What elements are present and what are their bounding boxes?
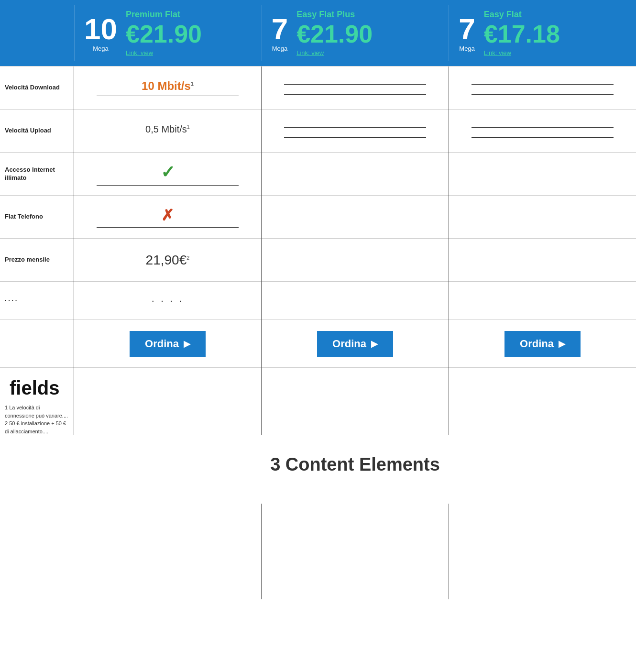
dots-cell-easy-plus [262, 282, 449, 320]
download-speed-premium: 10 Mbit/s1 [142, 79, 194, 93]
bottom-section [0, 504, 636, 599]
plan-mega-label-easy: Mega [459, 45, 475, 52]
label-ordina-empty [0, 320, 74, 368]
row-labels: Velocitá Download Velocitá Upload Access… [0, 66, 74, 435]
dots-cell-easy [449, 282, 636, 320]
label-text-prezzo: Prezzo mensile [5, 256, 50, 264]
label-text-dots: · · · · [5, 297, 17, 305]
label-velocita-download: Velocitá Download [0, 66, 74, 110]
cross-icon-telefono-premium: ✗ [161, 206, 174, 224]
footnotes-labels: fields 1 La velocità di connessione può … [0, 368, 74, 435]
ordina-button-premium[interactable]: Ordina ▶ [130, 331, 206, 357]
cell-download-easy [449, 66, 636, 110]
plan-price-premium: €21.90 [126, 22, 202, 46]
plan-info-premium: Premium Flat €21.90 Link: view [126, 10, 202, 56]
label-flat-telefono: Flat Telefono [0, 196, 74, 239]
fields-word: fields [10, 377, 59, 398]
label-prezzo-mensile: Prezzo mensile [0, 239, 74, 282]
download-speed-text: 10 Mbit/s [142, 79, 191, 92]
empty-premium [74, 368, 261, 406]
cell-accesso-premium: ✓ [74, 153, 261, 196]
plan-name-easy: Easy Flat [484, 10, 560, 20]
cell-upload-easy [449, 110, 636, 153]
plan-mega-easy: 7 Mega [459, 14, 475, 52]
prezzo-text-premium: 21,90€ [146, 253, 187, 267]
download-footnote-premium: 1 [191, 81, 194, 87]
ordina-arrow-premium: ▶ [184, 339, 190, 349]
plan-name-easy-plus: Easy Flat Plus [296, 10, 373, 20]
check-icon-accesso-premium: ✓ [161, 162, 175, 182]
plan-link-easy[interactable]: Link: view [484, 49, 560, 56]
cell-accesso-easy [449, 153, 636, 196]
plan-mega-number-premium: 10 [84, 14, 117, 44]
label-text-telefono: Flat Telefono [5, 213, 43, 221]
plan-info-easy: Easy Flat €17.18 Link: view [484, 10, 560, 56]
ordina-label-premium: Ordina [145, 338, 179, 350]
cell-upload-easy-plus [262, 110, 449, 153]
plan-name-premium: Premium Flat [126, 10, 202, 20]
ordina-cell-premium: Ordina ▶ [74, 320, 261, 368]
column-easy-flat: Ordina ▶ [449, 66, 636, 435]
plan-link-premium[interactable]: Link: view [126, 49, 202, 56]
content-elements-text: 3 Content Elements [74, 454, 636, 475]
fields-section: fields [5, 368, 79, 404]
cell-telefono-easy-plus [262, 196, 449, 239]
dots-cell-premium: · · · · [74, 282, 261, 320]
cell-upload-premium: 0,5 Mbit/s1 [74, 110, 261, 153]
comparison-table: Velocitá Download Velocitá Upload Access… [0, 66, 636, 435]
footnote-2-label: 2 50 € installazione + 50 € di allacciam… [5, 419, 69, 435]
label-text-download: Velocitá Download [5, 84, 60, 92]
plan-info-easy-plus: Easy Flat Plus €21.90 Link: view [296, 10, 373, 56]
plan-link-easy-plus[interactable]: Link: view [296, 49, 373, 56]
ordina-label-easy-plus: Ordina [332, 338, 366, 350]
cell-telefono-premium: ✗ [74, 196, 261, 239]
empty-easy-plus [262, 368, 449, 406]
column-easy-flat-plus: Ordina ▶ [262, 66, 449, 435]
footnote-1-label: 1 La velocità di connessione può variare… [5, 404, 69, 419]
plan-mega-label-premium: Mega [93, 45, 109, 52]
cell-accesso-easy-plus [262, 153, 449, 196]
plan-mega-number-easy: 7 [459, 14, 475, 44]
plan-header-easy-flat-plus: 7 Mega Easy Flat Plus €21.90 Link: view [262, 5, 449, 61]
column-premium-flat: 10 Mbit/s1 0,5 Mbit/s1 ✓ ✗ 21,90€2 [74, 66, 262, 435]
dots-text-premium: · · · · [152, 295, 184, 306]
ordina-cell-easy: Ordina ▶ [449, 320, 636, 368]
plan-price-easy-plus: €21.90 [296, 22, 373, 46]
plan-header-premium-flat: 10 Mega Premium Flat €21.90 Link: view [74, 5, 262, 61]
prezzo-footnote-premium: 2 [186, 254, 189, 260]
plan-mega-label-easy-plus: Mega [272, 45, 288, 52]
upload-footnote-premium: 1 [187, 124, 190, 130]
empty-easy [449, 368, 636, 406]
cell-prezzo-easy-plus [262, 239, 449, 282]
plan-mega-easy-plus: 7 Mega [272, 14, 288, 52]
label-text-accesso: Accesso Internet illimato [5, 166, 69, 182]
plan-price-easy: €17.18 [484, 22, 560, 46]
ordina-label-easy: Ordina [520, 338, 554, 350]
plan-header-easy-flat: 7 Mega Easy Flat €17.18 Link: view [449, 5, 636, 61]
content-elements-section: 3 Content Elements [0, 435, 636, 494]
plan-mega-premium: 10 Mega [84, 14, 117, 52]
cell-download-easy-plus [262, 66, 449, 110]
prezzo-premium: 21,90€2 [146, 253, 190, 268]
ordina-arrow-easy-plus: ▶ [371, 339, 378, 349]
label-dots: · · · · [0, 282, 74, 320]
bottom-col-1 [74, 504, 262, 599]
label-accesso-internet: Accesso Internet illimato [0, 153, 74, 196]
upload-speed-text: 0,5 Mbit/s [145, 124, 187, 134]
ordina-cell-easy-plus: Ordina ▶ [262, 320, 449, 368]
header-spacer [0, 5, 74, 61]
cell-prezzo-easy [449, 239, 636, 282]
ordina-arrow-easy: ▶ [559, 339, 565, 349]
cell-prezzo-premium: 21,90€2 [74, 239, 261, 282]
ordina-button-easy-plus[interactable]: Ordina ▶ [317, 331, 393, 357]
bottom-col-3 [449, 504, 636, 599]
plan-mega-number-easy-plus: 7 [272, 14, 288, 44]
upload-speed-premium: 0,5 Mbit/s1 [145, 124, 190, 135]
label-text-upload: Velocitá Upload [5, 127, 51, 135]
bottom-spacer [0, 504, 74, 599]
bottom-col-2 [262, 504, 449, 599]
ordina-button-easy[interactable]: Ordina ▶ [504, 331, 581, 357]
cell-download-premium: 10 Mbit/s1 [74, 66, 261, 110]
label-velocita-upload: Velocitá Upload [0, 110, 74, 153]
header: 10 Mega Premium Flat €21.90 Link: view 7… [0, 0, 636, 66]
